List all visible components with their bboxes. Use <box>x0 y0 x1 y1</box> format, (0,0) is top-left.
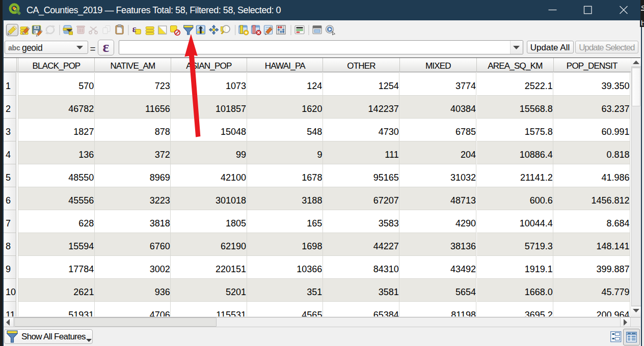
svg-text:ε: ε <box>132 24 137 34</box>
